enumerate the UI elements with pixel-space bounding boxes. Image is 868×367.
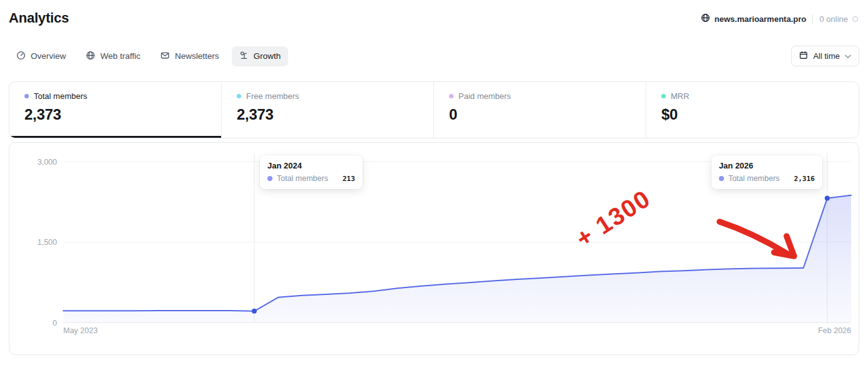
globe-icon bbox=[86, 51, 95, 62]
tab-overview[interactable]: Overview bbox=[9, 46, 73, 66]
series-dot-icon bbox=[267, 176, 272, 181]
date-range-dropdown[interactable]: All time bbox=[791, 46, 859, 66]
tab-newsletters[interactable]: Newsletters bbox=[153, 46, 227, 66]
analytics-toolbar: Overview Web traffic Newsletters bbox=[0, 46, 868, 66]
tab-label: Web traffic bbox=[100, 51, 140, 61]
tooltip-value: 2,316 bbox=[784, 175, 815, 183]
chevron-down-icon bbox=[845, 51, 851, 61]
stat-value: 2,373 bbox=[24, 106, 206, 123]
tab-web-traffic[interactable]: Web traffic bbox=[78, 46, 148, 66]
site-info: news.marioarmenta.pro 0 online bbox=[701, 13, 858, 24]
svg-text:Feb 2026: Feb 2026 bbox=[818, 326, 851, 335]
svg-text:3,000: 3,000 bbox=[38, 158, 57, 167]
series-dot-icon bbox=[719, 176, 724, 181]
paid-members-dot-icon bbox=[449, 94, 453, 98]
tooltip-value: 213 bbox=[333, 175, 355, 183]
divider bbox=[812, 14, 813, 24]
stat-card-mrr[interactable]: MRR $0 bbox=[646, 82, 859, 138]
gauge-icon bbox=[16, 51, 26, 62]
page-header: Analytics news.marioarmenta.pro 0 online bbox=[0, 0, 868, 26]
online-circle-icon bbox=[852, 16, 858, 22]
site-domain-link[interactable]: news.marioarmenta.pro bbox=[701, 13, 807, 24]
stat-label: Free members bbox=[246, 91, 299, 101]
tab-label: Growth bbox=[254, 51, 281, 61]
stat-label: Paid members bbox=[458, 91, 511, 101]
page-title: Analytics bbox=[9, 10, 69, 26]
stat-card-free-members[interactable]: Free members 2,373 bbox=[222, 82, 434, 138]
chart-tooltip-jan-2026: Jan 2026 Total members 2,316 bbox=[711, 155, 822, 189]
free-members-dot-icon bbox=[237, 94, 241, 98]
stat-value: $0 bbox=[661, 106, 844, 123]
chart-tooltip-jan-2024: Jan 2024 Total members 213 bbox=[260, 155, 363, 189]
svg-text:1,500: 1,500 bbox=[38, 238, 57, 247]
stat-value: 2,373 bbox=[237, 106, 418, 123]
tooltip-series-label: Total members bbox=[728, 174, 780, 183]
tab-label: Newsletters bbox=[175, 51, 219, 61]
stat-card-paid-members[interactable]: Paid members 0 bbox=[434, 82, 646, 138]
svg-text:0: 0 bbox=[53, 319, 57, 328]
svg-text:May 2023: May 2023 bbox=[63, 326, 98, 335]
stat-label: Total members bbox=[34, 91, 87, 101]
calendar-icon bbox=[799, 51, 808, 61]
tooltip-series-label: Total members bbox=[277, 174, 328, 183]
globe-icon bbox=[701, 13, 710, 24]
online-status-label: 0 online bbox=[819, 14, 848, 24]
mrr-dot-icon bbox=[661, 94, 666, 98]
site-domain-label: news.marioarmenta.pro bbox=[715, 14, 807, 24]
tooltip-date: Jan 2024 bbox=[267, 161, 355, 170]
tab-label: Overview bbox=[31, 51, 66, 61]
tab-growth[interactable]: Growth bbox=[232, 46, 289, 66]
stat-label: MRR bbox=[671, 91, 690, 101]
total-members-dot-icon bbox=[24, 94, 29, 98]
growth-stat-cards: Total members 2,373 Free members 2,373 P… bbox=[9, 81, 859, 138]
date-range-label: All time bbox=[813, 51, 840, 61]
growth-chart-card: 01,5003,000May 2023Feb 2026 Jan 2024 Tot… bbox=[9, 142, 859, 355]
envelope-icon bbox=[160, 51, 170, 62]
analytics-tabs: Overview Web traffic Newsletters bbox=[9, 46, 791, 66]
stat-card-total-members[interactable]: Total members 2,373 bbox=[9, 82, 222, 138]
online-status: 0 online bbox=[819, 14, 858, 24]
sprout-icon bbox=[239, 51, 249, 62]
stat-value: 0 bbox=[449, 106, 631, 123]
tooltip-date: Jan 2026 bbox=[719, 161, 815, 170]
